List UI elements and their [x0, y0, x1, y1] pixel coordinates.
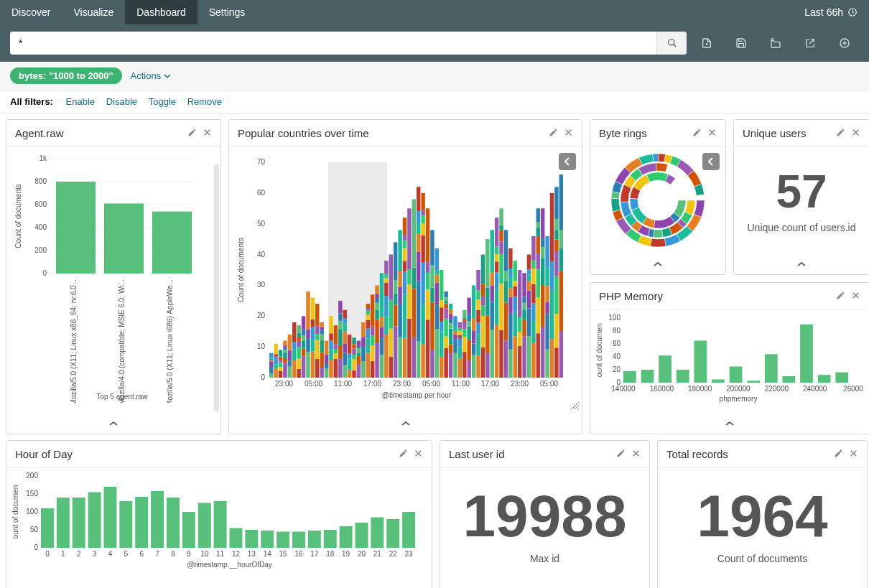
svg-rect-360 [527, 269, 531, 274]
svg-rect-129 [352, 370, 356, 378]
filter-enable-link[interactable]: Enable [66, 96, 95, 107]
svg-rect-203 [412, 337, 416, 378]
panel-expand-button[interactable] [590, 414, 869, 434]
svg-rect-285 [467, 298, 470, 314]
svg-rect-131 [352, 355, 356, 359]
svg-text:400: 400 [34, 223, 47, 231]
svg-rect-252 [449, 353, 452, 378]
open-button[interactable] [761, 32, 790, 55]
remove-panel-button[interactable] [631, 449, 641, 460]
svg-rect-62 [292, 342, 296, 350]
php-chart[interactable]: 0204060801001400001600001800002000002200… [595, 314, 864, 408]
share-button[interactable] [796, 32, 824, 55]
svg-rect-359 [527, 274, 531, 281]
svg-rect-264 [453, 326, 457, 331]
svg-rect-293 [476, 322, 480, 334]
remove-panel-button[interactable] [707, 128, 717, 139]
edit-panel-button[interactable] [399, 449, 408, 460]
agent-chart[interactable]: 02004006008001kMozilla/5.0 (X11; Linux x… [11, 151, 205, 403]
byte-rings-chart[interactable] [595, 151, 720, 248]
remove-panel-button[interactable] [849, 449, 858, 460]
edit-panel-button[interactable] [836, 291, 845, 302]
panel-title: Last user id [449, 448, 610, 460]
pencil-icon [187, 128, 197, 137]
svg-text:15: 15 [279, 550, 288, 558]
legend-toggle-button[interactable] [702, 153, 720, 170]
edit-panel-button[interactable] [616, 449, 626, 460]
panel-expand-button[interactable] [658, 583, 867, 588]
save-button[interactable] [727, 32, 756, 55]
svg-rect-294 [476, 310, 480, 323]
svg-rect-208 [417, 281, 420, 342]
nav-tab-visualize[interactable]: Visualize [62, 0, 125, 24]
filter-actions-dropdown[interactable]: Actions [131, 70, 172, 81]
svg-rect-248 [444, 304, 447, 309]
search-input[interactable] [10, 32, 656, 55]
panel-expand-button[interactable] [6, 414, 220, 434]
svg-rect-178 [389, 329, 393, 357]
svg-text:11: 11 [216, 550, 225, 558]
remove-panel-button[interactable] [414, 449, 423, 460]
svg-rect-233 [435, 304, 439, 329]
resize-handle-icon[interactable] [572, 401, 579, 411]
remove-panel-button[interactable] [203, 128, 212, 139]
remove-panel-button[interactable] [851, 291, 860, 302]
svg-rect-385 [545, 302, 549, 314]
countries-chart[interactable]: 01020304050607023:0005:0011:0017:0023:00… [233, 151, 577, 403]
panel-expand-button[interactable] [229, 414, 582, 434]
svg-rect-364 [531, 303, 535, 321]
search-wrapper [10, 32, 687, 55]
svg-rect-197 [403, 235, 406, 241]
chevron-up-icon [653, 261, 663, 268]
add-panel-button[interactable] [830, 32, 859, 55]
hour-chart[interactable]: 0501001502000123456789101112131415161718… [11, 472, 427, 577]
svg-rect-135 [357, 364, 361, 378]
svg-rect-267 [458, 347, 462, 359]
svg-rect-260 [453, 353, 457, 378]
svg-rect-181 [394, 327, 397, 378]
svg-rect-326 [499, 208, 503, 225]
nav-tab-settings[interactable]: Settings [198, 0, 257, 24]
metric-subtitle: Count of documents [662, 553, 863, 564]
svg-rect-173 [384, 283, 388, 296]
svg-rect-17 [152, 212, 192, 274]
svg-text:10: 10 [200, 550, 209, 558]
svg-rect-361 [527, 255, 531, 270]
filter-remove-link[interactable]: Remove [187, 96, 222, 107]
time-picker[interactable]: Last 66h [793, 0, 869, 24]
legend-toggle-button[interactable] [559, 153, 576, 170]
svg-rect-320 [499, 330, 503, 378]
svg-rect-210 [417, 233, 420, 252]
filter-disable-link[interactable]: Disable [106, 96, 137, 107]
remove-panel-button[interactable] [851, 128, 860, 139]
remove-panel-button[interactable] [564, 128, 573, 139]
svg-rect-148 [366, 320, 370, 328]
new-dashboard-button[interactable] [692, 32, 721, 55]
edit-panel-button[interactable] [187, 128, 197, 139]
svg-rect-231 [430, 230, 434, 265]
svg-rect-295 [476, 299, 480, 310]
filter-toggle-link[interactable]: Toggle [149, 96, 176, 107]
panel-expand-button[interactable] [6, 583, 432, 588]
nav-tab-discover[interactable]: Discover [0, 0, 62, 24]
nav-tab-dashboard[interactable]: Dashboard [125, 0, 198, 24]
svg-text:23: 23 [405, 550, 414, 558]
filter-pill[interactable]: bytes: "1000 to 2000" [10, 67, 122, 84]
edit-panel-button[interactable] [692, 128, 702, 139]
search-icon [667, 38, 677, 48]
panel-expand-button[interactable] [440, 583, 649, 588]
svg-text:800: 800 [34, 177, 47, 185]
svg-rect-102 [329, 360, 333, 378]
svg-rect-136 [357, 356, 361, 364]
edit-panel-button[interactable] [834, 449, 843, 460]
search-button[interactable] [656, 32, 687, 55]
edit-panel-button[interactable] [549, 128, 558, 139]
panel-expand-button[interactable] [590, 255, 725, 274]
svg-rect-332 [508, 350, 512, 378]
edit-panel-button[interactable] [836, 128, 845, 139]
svg-rect-380 [541, 247, 544, 258]
svg-rect-61 [292, 350, 296, 360]
panel-scrollbar[interactable] [214, 164, 219, 411]
svg-text:600: 600 [34, 200, 47, 208]
panel-expand-button[interactable] [734, 255, 869, 274]
